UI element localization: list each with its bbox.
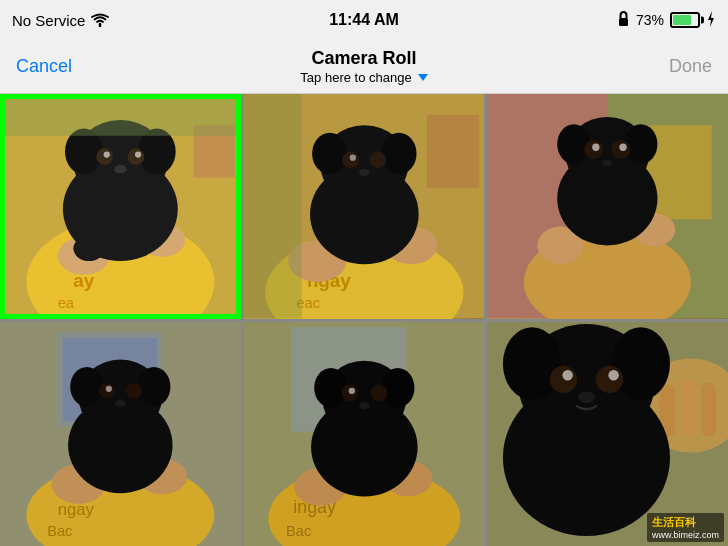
lock-icon — [617, 11, 630, 30]
svg-point-14 — [104, 151, 110, 157]
svg-point-97 — [578, 391, 595, 402]
svg-point-18 — [137, 223, 166, 246]
svg-rect-0 — [619, 18, 628, 26]
svg-rect-36 — [244, 94, 302, 319]
svg-point-30 — [381, 133, 417, 175]
svg-rect-35 — [427, 115, 479, 188]
photo-cell-2[interactable]: ngay eac — [244, 94, 485, 319]
svg-point-95 — [563, 370, 573, 380]
svg-point-92 — [612, 327, 670, 400]
svg-point-96 — [609, 370, 619, 380]
nav-title: Camera Roll — [86, 48, 642, 70]
svg-point-33 — [349, 155, 355, 161]
svg-point-91 — [503, 327, 561, 400]
svg-point-51 — [620, 144, 627, 151]
status-right: 73% — [617, 11, 716, 30]
status-bar: No Service 11:44 AM 73% — [0, 0, 728, 40]
svg-point-17 — [73, 236, 104, 261]
svg-point-16 — [114, 165, 127, 173]
nav-bar: Cancel Camera Roll Tap here to change Do… — [0, 40, 728, 94]
photo-cell-3[interactable] — [487, 94, 728, 319]
cancel-button[interactable]: Cancel — [16, 56, 86, 77]
svg-point-50 — [593, 144, 600, 151]
svg-point-29 — [312, 133, 348, 175]
done-button[interactable]: Done — [642, 56, 712, 77]
photo-cell-1[interactable]: ay ea — [0, 94, 241, 319]
svg-point-94 — [596, 365, 623, 392]
svg-text:Bac: Bac — [286, 523, 311, 539]
svg-point-67 — [106, 385, 112, 391]
svg-text:ea: ea — [58, 295, 75, 311]
nav-subtitle-text: Tap here to change — [300, 70, 411, 85]
photo-cell-6[interactable]: 生活百科 www.bimeiz.com — [487, 322, 728, 547]
nav-title-area: Camera Roll Tap here to change — [86, 48, 642, 85]
photo-grid: ay ea — [0, 94, 728, 546]
battery-percent: 73% — [636, 12, 664, 28]
charging-icon — [706, 11, 716, 30]
svg-point-78 — [314, 367, 347, 407]
nav-subtitle[interactable]: Tap here to change — [86, 70, 642, 85]
wifi-icon — [91, 13, 109, 27]
svg-point-81 — [370, 384, 387, 401]
photo-cell-4[interactable]: ngay Bac — [0, 322, 241, 547]
svg-point-64 — [137, 366, 170, 406]
svg-point-82 — [348, 387, 354, 393]
svg-point-32 — [369, 151, 386, 168]
svg-point-46 — [558, 124, 591, 164]
svg-point-66 — [126, 383, 142, 399]
battery-icon — [670, 12, 700, 28]
svg-point-47 — [624, 124, 657, 164]
svg-point-52 — [602, 160, 612, 166]
svg-rect-20 — [0, 94, 241, 136]
photo-cell-5[interactable]: ingay Bac — [244, 322, 485, 547]
svg-point-79 — [381, 367, 414, 407]
status-time: 11:44 AM — [329, 11, 399, 29]
svg-point-68 — [115, 399, 125, 406]
battery-fill — [673, 15, 691, 25]
svg-point-63 — [70, 366, 103, 406]
chevron-down-icon — [418, 74, 428, 81]
svg-marker-1 — [708, 11, 714, 27]
svg-point-15 — [135, 151, 141, 157]
svg-point-34 — [359, 169, 369, 176]
svg-point-83 — [359, 401, 369, 408]
carrier-text: No Service — [12, 12, 85, 29]
svg-text:Bac: Bac — [47, 523, 72, 539]
svg-rect-88 — [702, 382, 717, 436]
status-left: No Service — [12, 12, 109, 29]
svg-rect-87 — [681, 379, 697, 436]
svg-point-93 — [550, 365, 577, 392]
